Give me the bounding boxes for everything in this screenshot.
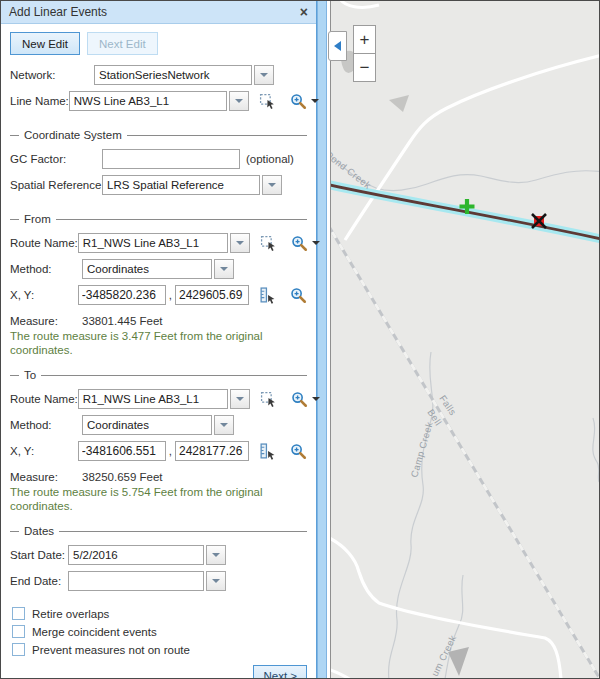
zoom-options-chevron-icon[interactable] [311,99,319,103]
start-date-label: Start Date: [10,549,68,561]
next-button[interactable]: Next > [253,665,307,679]
network-dropdown-button[interactable] [254,65,274,85]
spatial-reference-combobox[interactable]: LRS Spatial Reference [102,175,282,195]
chevron-down-icon [260,73,268,77]
spatial-reference-row: Spatial Reference: LRS Spatial Reference [10,175,307,195]
to-route-name-combobox[interactable]: R1_NWS Line AB3_L1 [78,389,250,409]
to-method-combobox[interactable]: Coordinates [82,415,234,435]
next-edit-button[interactable]: Next Edit [87,32,158,55]
to-method-dropdown-button[interactable] [214,415,234,435]
zoom-options-chevron-icon[interactable] [312,397,320,401]
options-checkbox-group: Retire overlaps Merge coincident events … [10,605,307,659]
pick-coordinates-icon[interactable] [259,287,276,304]
xy-separator: , [169,289,172,301]
retire-overlaps-row: Retire overlaps [10,605,307,622]
network-combobox[interactable]: StationSeriesNetwork [94,65,274,85]
from-route-name-label: Route Name: [10,237,78,249]
from-route-name-combobox[interactable]: R1_NWS Line AB3_L1 [78,233,250,253]
zoom-to-point-icon[interactable] [290,443,307,460]
zoom-to-feature-icon[interactable] [291,235,308,252]
map-viewport[interactable]: Pond Creek Camp Creek Falls Bell um Cree… [330,0,599,679]
select-on-map-icon[interactable] [260,391,277,408]
pick-coordinates-icon[interactable] [259,443,276,460]
select-on-map-icon[interactable] [259,93,276,110]
section-coordinate-system: Coordinate System [10,129,307,141]
from-y-input[interactable] [175,285,249,305]
merge-coincident-events-label: Merge coincident events [32,626,157,638]
gc-factor-input[interactable] [102,149,240,169]
from-route-dropdown-button[interactable] [230,233,250,253]
railroad-dashes [331,220,599,679]
to-measure-label: Measure: [10,471,82,483]
collapse-panel-button[interactable] [328,31,347,61]
new-edit-button[interactable]: New Edit [10,32,80,55]
from-method-value[interactable]: Coordinates [82,259,212,279]
zoom-in-button[interactable]: + [353,25,376,54]
map-zoom-control: + − [353,25,376,82]
from-x-input[interactable] [78,285,166,305]
from-measure-row: Measure: 33801.445 Feet [10,315,307,327]
to-y-input[interactable] [175,441,249,461]
line-name-combobox[interactable]: NWS Line AB3_L1 [69,91,249,111]
start-date-dropdown-button[interactable] [206,545,226,565]
prevent-measures-checkbox[interactable] [12,643,25,656]
chevron-down-icon [220,423,228,427]
to-point-marker [532,214,546,228]
from-method-label: Method: [10,263,82,275]
from-route-name-value[interactable]: R1_NWS Line AB3_L1 [78,233,228,253]
to-measure-row: Measure: 38250.659 Feet [10,471,307,483]
to-measure-value: 38250.659 Feet [82,471,163,483]
zoom-to-point-icon[interactable] [290,287,307,304]
spatial-reference-dropdown-button[interactable] [262,175,282,195]
panel-body: New Edit Next Edit Network: StationSerie… [1,24,316,678]
from-xy-row: X, Y: , [10,285,307,305]
road [331,668,351,679]
chevron-down-icon [235,99,243,103]
gc-factor-label: GC Factor: [10,153,102,165]
footer-row: Next > [10,665,307,679]
zoom-to-feature-icon[interactable] [290,93,307,110]
line-name-value[interactable]: NWS Line AB3_L1 [69,91,227,111]
retire-overlaps-checkbox[interactable] [12,607,25,620]
from-measure-note: The route measure is 3.477 Feet from the… [10,330,306,357]
network-row: Network: StationSeriesNetwork [10,65,307,85]
to-route-name-value[interactable]: R1_NWS Line AB3_L1 [78,389,228,409]
section-from: From [10,213,307,225]
to-method-row: Method: Coordinates [10,415,307,435]
close-icon[interactable]: × [300,5,308,19]
to-method-value[interactable]: Coordinates [82,415,212,435]
pond-shape [389,95,409,112]
network-value[interactable]: StationSeriesNetwork [94,65,252,85]
start-date-value[interactable]: 5/2/2016 [68,545,204,565]
to-route-name-row: Route Name: R1_NWS Line AB3_L1 [10,389,307,409]
end-date-dropdown-button[interactable] [206,571,226,591]
merge-coincident-events-checkbox[interactable] [12,625,25,638]
line-name-row: Line Name: NWS Line AB3_L1 [10,91,307,111]
prevent-measures-row: Prevent measures not on route [10,641,307,658]
zoom-out-button[interactable]: − [353,53,376,82]
zoom-to-feature-icon[interactable] [291,391,308,408]
add-linear-events-panel: Add Linear Events × New Edit Next Edit N… [0,0,317,679]
from-method-dropdown-button[interactable] [214,259,234,279]
to-route-dropdown-button[interactable] [230,389,250,409]
to-x-input[interactable] [78,441,166,461]
section-to: To [10,369,307,381]
zoom-options-chevron-icon[interactable] [312,241,320,245]
prevent-measures-label: Prevent measures not on route [32,644,190,656]
line-name-dropdown-button[interactable] [229,91,249,111]
end-date-row: End Date: [10,571,307,591]
edit-buttons-row: New Edit Next Edit [10,32,307,55]
map-canvas: Pond Creek Camp Creek Falls Bell um Cree… [331,0,599,679]
select-on-map-icon[interactable] [260,235,277,252]
start-date-combobox[interactable]: 5/2/2016 [68,545,226,565]
to-measure-note: The route measure is 5.754 Feet from the… [10,486,306,513]
from-method-combobox[interactable]: Coordinates [82,259,234,279]
creek-line [389,352,433,679]
road [339,0,379,7]
creek-line [593,418,599,482]
panel-title: Add Linear Events [9,5,107,19]
end-date-value[interactable] [68,571,204,591]
end-date-combobox[interactable] [68,571,226,591]
to-route-name-label: Route Name: [10,393,78,405]
spatial-reference-value[interactable]: LRS Spatial Reference [102,175,260,195]
